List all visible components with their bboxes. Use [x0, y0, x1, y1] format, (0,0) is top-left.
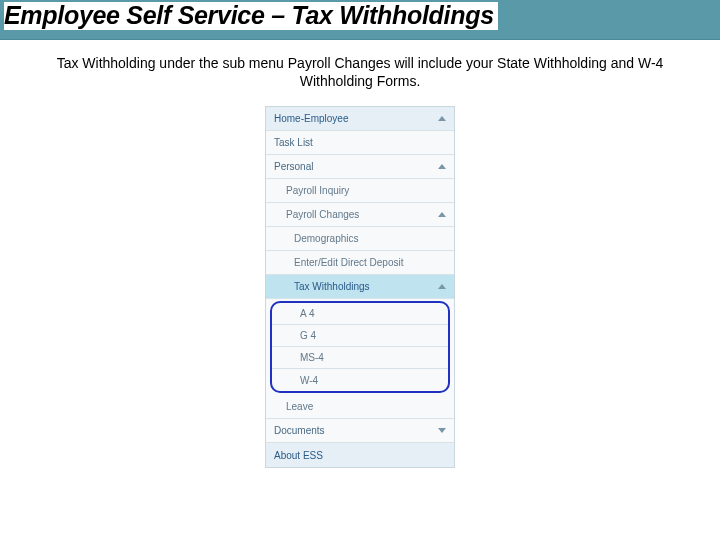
- menu-label: A 4: [300, 308, 314, 319]
- menu-label: MS-4: [300, 352, 324, 363]
- expand-arrow-icon: [438, 428, 446, 433]
- menu-label: About ESS: [274, 450, 323, 461]
- menu-about-ess[interactable]: About ESS: [266, 443, 454, 467]
- menu-label: Enter/Edit Direct Deposit: [294, 257, 404, 268]
- menu-form-g4[interactable]: G 4: [272, 325, 448, 347]
- menu-label: Payroll Changes: [286, 209, 359, 220]
- menu-task-list[interactable]: Task List: [266, 131, 454, 155]
- collapse-arrow-icon: [438, 164, 446, 169]
- menu-label: Documents: [274, 425, 325, 436]
- menu-label: Tax Withholdings: [294, 281, 370, 292]
- menu-label: Demographics: [294, 233, 358, 244]
- collapse-arrow-icon: [438, 284, 446, 289]
- sidebar-menu: Home-Employee Task List Personal Payroll…: [265, 106, 455, 468]
- menu-label: Payroll Inquiry: [286, 185, 349, 196]
- menu-personal[interactable]: Personal: [266, 155, 454, 179]
- header-bar: Employee Self Service – Tax Withholdings: [0, 0, 720, 40]
- page-description: Tax Withholding under the sub menu Payro…: [40, 54, 680, 90]
- menu-home-employee[interactable]: Home-Employee: [266, 107, 454, 131]
- menu-container: Home-Employee Task List Personal Payroll…: [0, 106, 720, 468]
- collapse-arrow-icon: [438, 212, 446, 217]
- menu-label: Task List: [274, 137, 313, 148]
- menu-payroll-changes[interactable]: Payroll Changes: [266, 203, 454, 227]
- menu-demographics[interactable]: Demographics: [266, 227, 454, 251]
- menu-form-a4[interactable]: A 4: [272, 303, 448, 325]
- menu-documents[interactable]: Documents: [266, 419, 454, 443]
- highlighted-forms-box: A 4 G 4 MS-4 W-4: [270, 301, 450, 393]
- menu-label: W-4: [300, 375, 318, 386]
- menu-label: Leave: [286, 401, 313, 412]
- menu-tax-withholdings[interactable]: Tax Withholdings: [266, 275, 454, 299]
- menu-leave[interactable]: Leave: [266, 395, 454, 419]
- menu-label: Personal: [274, 161, 313, 172]
- menu-direct-deposit[interactable]: Enter/Edit Direct Deposit: [266, 251, 454, 275]
- menu-payroll-inquiry[interactable]: Payroll Inquiry: [266, 179, 454, 203]
- menu-label: Home-Employee: [274, 113, 348, 124]
- menu-label: G 4: [300, 330, 316, 341]
- page-title: Employee Self Service – Tax Withholdings: [4, 2, 498, 30]
- menu-form-ms4[interactable]: MS-4: [272, 347, 448, 369]
- menu-form-w4[interactable]: W-4: [272, 369, 448, 391]
- collapse-arrow-icon: [438, 116, 446, 121]
